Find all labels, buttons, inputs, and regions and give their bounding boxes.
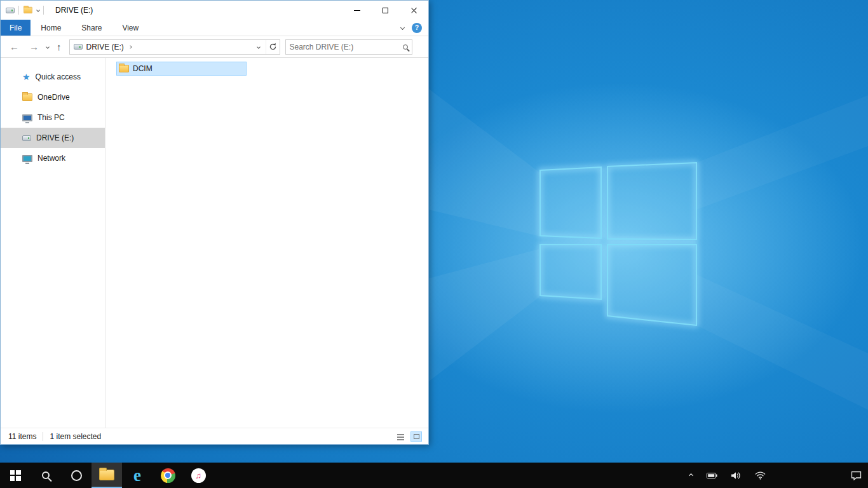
show-hidden-icons-button[interactable] — [687, 471, 695, 480]
tab-file[interactable]: File — [1, 20, 31, 36]
breadcrumb[interactable]: DRIVE (E:) — [86, 43, 124, 51]
search-icon — [42, 471, 50, 479]
taskbar-search-button[interactable] — [31, 463, 61, 488]
details-view-button[interactable] — [395, 432, 405, 441]
maximize-icon — [383, 8, 388, 13]
close-button[interactable] — [400, 1, 428, 20]
folder-icon — [119, 65, 129, 72]
volume-button[interactable] — [729, 469, 743, 482]
file-explorer-icon — [99, 470, 114, 480]
folder-properties-icon[interactable] — [24, 7, 32, 13]
title-bar[interactable]: DRIVE (E:) — [1, 1, 428, 20]
address-bar[interactable]: DRIVE (E:) — [69, 39, 280, 55]
itunes-icon: ♫ — [191, 468, 206, 483]
taskbar-internet-explorer-button[interactable]: e — [122, 463, 153, 488]
taskbar-itunes-button[interactable]: ♫ — [183, 463, 214, 488]
windows-logo-icon — [10, 470, 21, 481]
wifi-icon — [755, 471, 766, 480]
separator — [43, 432, 43, 441]
minimize-button[interactable] — [342, 1, 371, 20]
close-icon — [410, 7, 417, 14]
ribbon-tab-bar: File Home Share View ? — [1, 20, 428, 36]
quick-access-toolbar — [1, 6, 44, 15]
tab-home[interactable]: Home — [31, 20, 71, 36]
system-tray — [687, 463, 868, 488]
separator — [18, 6, 19, 15]
sidebar-item-network[interactable]: Network — [1, 148, 105, 168]
chevron-down-icon — [257, 45, 261, 49]
status-bar: 11 items 1 item selected — [1, 428, 428, 444]
search-box[interactable] — [285, 39, 412, 55]
network-button[interactable] — [752, 469, 768, 482]
navigation-pane: ★ Quick access OneDrive This PC DRIVE (E… — [1, 58, 105, 428]
volume-icon — [731, 471, 741, 480]
selection-count: 1 item selected — [50, 432, 101, 441]
network-icon — [22, 155, 32, 162]
cortana-icon — [71, 470, 82, 481]
large-icons-view-icon — [414, 434, 419, 439]
back-button[interactable]: ← — [7, 41, 22, 53]
taskbar-cortana-button[interactable] — [61, 463, 92, 488]
search-input[interactable] — [290, 43, 403, 51]
drive-icon — [6, 8, 15, 13]
sidebar-item-this-pc[interactable]: This PC — [1, 107, 105, 128]
minimize-icon — [354, 10, 360, 11]
forward-button[interactable]: → — [27, 41, 41, 53]
window-title: DRIVE (E:) — [55, 6, 93, 15]
action-center-button[interactable] — [848, 468, 868, 483]
refresh-icon — [269, 43, 277, 51]
onedrive-folder-icon — [22, 93, 32, 101]
window-content: ★ Quick access OneDrive This PC DRIVE (E… — [1, 58, 428, 428]
window-controls — [342, 1, 428, 20]
pc-icon — [22, 114, 32, 121]
customize-toolbar-chevron-icon[interactable] — [36, 8, 40, 12]
internet-explorer-icon: e — [133, 467, 141, 484]
battery-icon — [707, 472, 717, 479]
chrome-icon — [161, 468, 175, 483]
action-center-icon — [851, 471, 862, 480]
taskbar-file-explorer-button[interactable] — [92, 463, 122, 488]
item-count: 11 items — [8, 432, 36, 441]
search-icon[interactable] — [403, 44, 408, 50]
file-name: DCIM — [133, 64, 153, 73]
address-dropdown-button[interactable] — [252, 40, 266, 54]
battery-status-button[interactable] — [704, 470, 720, 482]
separator — [43, 6, 44, 15]
drive-icon — [22, 135, 31, 141]
navigation-bar: ← → ↑ DRIVE (E:) — [1, 36, 428, 58]
sidebar-item-drive-e[interactable]: DRIVE (E:) — [1, 128, 105, 148]
star-icon: ★ — [22, 72, 31, 81]
drive-icon — [74, 44, 83, 50]
taskbar-chrome-button[interactable] — [153, 463, 183, 488]
maximize-button[interactable] — [371, 1, 400, 20]
help-icon[interactable]: ? — [412, 23, 422, 33]
breadcrumb-chevron-icon[interactable] — [128, 45, 132, 49]
sidebar-item-onedrive[interactable]: OneDrive — [1, 87, 105, 107]
file-list[interactable]: DCIM — [105, 58, 428, 428]
sidebar-item-quick-access[interactable]: ★ Quick access — [1, 67, 105, 87]
start-button[interactable] — [0, 463, 31, 488]
up-button[interactable]: ↑ — [54, 41, 64, 53]
chevron-up-icon — [689, 473, 693, 477]
refresh-button[interactable] — [266, 40, 280, 54]
recent-locations-chevron-icon[interactable] — [46, 45, 50, 49]
file-item-dcim[interactable]: DCIM — [116, 62, 247, 76]
taskbar: e ♫ — [0, 463, 868, 488]
large-icons-view-button[interactable] — [410, 431, 422, 442]
tab-view[interactable]: View — [112, 20, 149, 36]
expand-ribbon-chevron-icon[interactable] — [400, 25, 405, 30]
file-explorer-window: DRIVE (E:) File Home Share View ? ← → ↑ … — [0, 0, 429, 445]
tab-share[interactable]: Share — [71, 20, 112, 36]
